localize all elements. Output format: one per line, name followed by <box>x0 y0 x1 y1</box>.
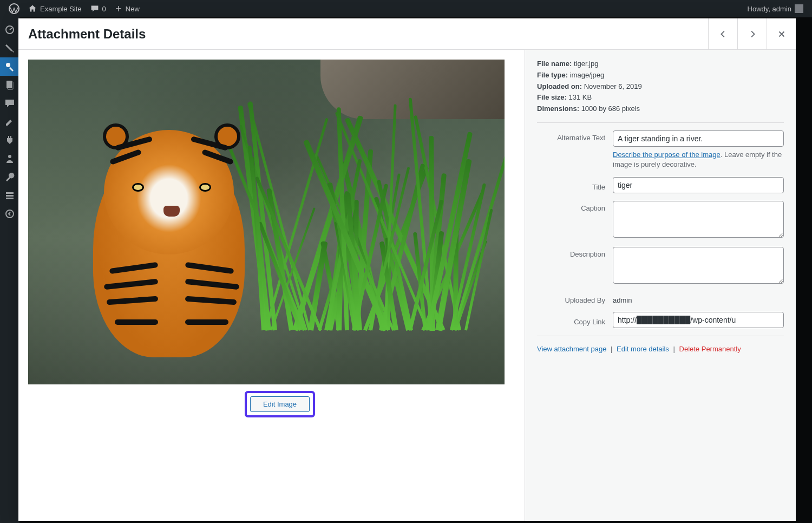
sidebar-item-comments[interactable] <box>0 94 19 113</box>
attachment-meta: File name: tiger.jpg File type: image/jp… <box>537 58 784 115</box>
title-input[interactable] <box>613 177 784 193</box>
site-name: Example Site <box>40 5 82 13</box>
delete-permanently-link[interactable]: Delete Permanently <box>679 345 741 353</box>
description-label: Description <box>537 247 613 258</box>
site-home-link[interactable]: Example Site <box>24 4 86 13</box>
alt-text-label: Alternative Text <box>537 130 613 142</box>
separator: | <box>671 345 677 353</box>
title-label: Title <box>537 180 613 191</box>
copy-link-label: Copy Link <box>537 315 613 326</box>
wp-admin-bar: Example Site 0 New Howdy, admin <box>0 0 812 17</box>
file-size-label: File size: <box>537 93 567 101</box>
copy-link-input[interactable] <box>613 312 784 328</box>
sidebar-item-users[interactable] <box>0 149 19 168</box>
uploaded-on-value: November 6, 2019 <box>584 82 642 90</box>
attachment-preview-pane: Edit Image <box>18 50 525 521</box>
caption-input[interactable] <box>613 201 784 238</box>
sidebar-item-appearance[interactable] <box>0 113 19 131</box>
sidebar-item-dashboard[interactable] <box>0 21 19 39</box>
svg-rect-6 <box>6 192 14 194</box>
next-attachment-button[interactable] <box>737 18 767 49</box>
divider <box>537 122 784 123</box>
uploaded-by-value: admin <box>613 293 784 304</box>
modal-nav <box>708 18 796 49</box>
caption-label: Caption <box>537 201 613 212</box>
description-input[interactable] <box>613 247 784 284</box>
comments-count: 0 <box>102 5 106 13</box>
dimensions-label: Dimensions: <box>537 104 579 113</box>
svg-point-2 <box>6 63 10 67</box>
svg-point-9 <box>6 210 14 218</box>
alt-text-help-link[interactable]: Describe the purpose of the image <box>613 151 721 159</box>
modal-body: Edit Image File name: tiger.jpg File typ… <box>18 50 796 521</box>
attachment-image <box>28 60 505 384</box>
file-type-label: File type: <box>537 71 568 79</box>
sidebar-item-posts[interactable] <box>0 39 19 57</box>
svg-rect-7 <box>6 195 14 197</box>
attachment-actions: View attachment page | Edit more details… <box>537 345 784 353</box>
attachment-details-modal: Attachment Details <box>18 18 796 521</box>
file-name-label: File name: <box>537 60 572 68</box>
alt-text-input[interactable] <box>613 130 784 147</box>
svg-point-5 <box>8 155 11 158</box>
edit-more-details-link[interactable]: Edit more details <box>617 345 669 353</box>
view-attachment-page-link[interactable]: View attachment page <box>537 345 606 353</box>
howdy-account[interactable]: Howdy, admin <box>743 4 808 13</box>
alt-text-help: Describe the purpose of the image. Leave… <box>613 150 784 169</box>
file-type-value: image/jpeg <box>570 71 605 79</box>
uploaded-on-label: Uploaded on: <box>537 82 582 90</box>
file-name-value: tiger.jpg <box>574 60 599 68</box>
attachment-details-pane: File name: tiger.jpg File type: image/jp… <box>525 50 796 521</box>
prev-attachment-button[interactable] <box>708 18 737 49</box>
new-content-link[interactable]: New <box>110 5 144 13</box>
uploaded-by-label: Uploaded By <box>537 293 613 304</box>
edit-image-button[interactable]: Edit Image <box>250 396 310 412</box>
dimensions-value: 1000 by 686 pixels <box>581 104 640 113</box>
sidebar-item-pages[interactable] <box>0 76 19 94</box>
close-modal-button[interactable] <box>767 18 796 49</box>
wp-logo[interactable] <box>4 3 24 14</box>
sidebar-item-plugins[interactable] <box>0 131 19 149</box>
comments-link[interactable]: 0 <box>86 4 110 13</box>
modal-header: Attachment Details <box>18 18 796 50</box>
svg-rect-8 <box>6 198 14 199</box>
avatar <box>795 4 803 13</box>
wp-admin-sidebar <box>0 17 19 523</box>
new-label: New <box>126 5 140 13</box>
sidebar-item-collapse[interactable] <box>0 205 19 223</box>
sidebar-item-settings[interactable] <box>0 186 19 205</box>
file-size-value: 131 KB <box>569 93 592 101</box>
sidebar-item-tools[interactable] <box>0 168 19 186</box>
howdy-text: Howdy, admin <box>748 5 791 13</box>
divider <box>537 336 784 336</box>
modal-title: Attachment Details <box>28 27 146 42</box>
edit-image-highlight: Edit Image <box>245 391 315 417</box>
sidebar-item-media[interactable] <box>0 57 19 76</box>
separator: | <box>608 345 614 353</box>
